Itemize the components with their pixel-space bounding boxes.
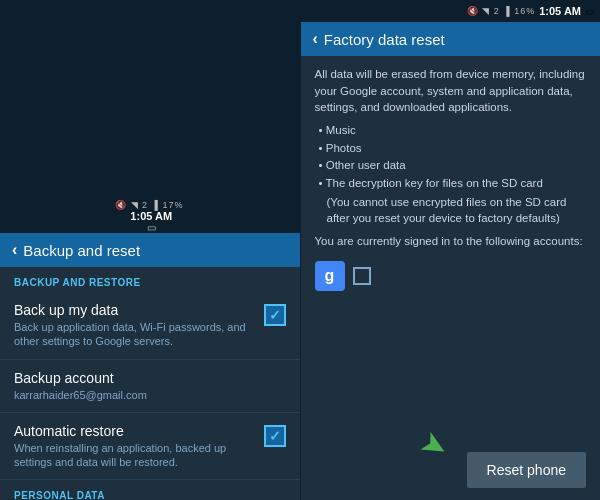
auto-restore-checkbox[interactable]: ✓ — [264, 425, 286, 447]
left-status-bar: 🔇 ◥ 2 ▐ 17% 1:05 AM ▭ — [0, 0, 300, 233]
right-status-bar: 🔇 ◥ 2 ▐ 16% 1:05 AM ▭ — [301, 0, 601, 22]
right-panel: 🔇 ◥ 2 ▐ 16% 1:05 AM ▭ ‹ Factory data res… — [301, 0, 601, 500]
right-scroll-content: All data will be erased from device memo… — [301, 56, 601, 500]
right-time: 1:05 AM — [539, 5, 581, 17]
right-status-icons: 🔇 ◥ 2 ▐ 16% — [467, 6, 535, 16]
google-account-icon: g — [315, 261, 345, 291]
bullet-decryption: • The decryption key for files on the SD… — [315, 175, 587, 192]
backup-restore-label: BACKUP AND RESTORE — [0, 267, 300, 292]
auto-restore-text: Automatic restore When reinstalling an a… — [14, 423, 256, 470]
auto-restore-title: Automatic restore — [14, 423, 256, 439]
right-screenshot-icon: ▭ — [585, 6, 594, 17]
backup-account-text: Backup account karrarhaider65@gmail.com — [14, 370, 286, 402]
right-header[interactable]: ‹ Factory data reset — [301, 22, 601, 56]
bullet-user-data: • Other user data — [315, 157, 587, 174]
left-header[interactable]: ‹ Backup and reset — [0, 233, 300, 267]
backup-data-check-icon: ✓ — [269, 307, 281, 323]
backup-account-item[interactable]: Backup account karrarhaider65@gmail.com — [0, 360, 300, 413]
left-time: 1:05 AM — [130, 210, 172, 222]
bullet-photos: • Photos — [315, 140, 587, 157]
backup-data-desc: Back up application data, Wi-Fi password… — [14, 320, 256, 349]
bullet-encrypted-note: (You cannot use encrypted files on the S… — [315, 194, 587, 227]
left-content: BACKUP AND RESTORE Back up my data Back … — [0, 267, 300, 500]
left-header-title: Backup and reset — [23, 242, 140, 259]
reset-phone-button[interactable]: Reset phone — [467, 452, 586, 488]
auto-restore-desc: When reinstalling an application, backed… — [14, 441, 256, 470]
account-select-checkbox[interactable] — [353, 267, 371, 285]
backup-account-email: karrarhaider65@gmail.com — [14, 388, 286, 402]
accounts-signed-in-text: You are currently signed in to the follo… — [315, 233, 587, 249]
auto-restore-check-icon: ✓ — [269, 428, 281, 444]
backup-data-checkbox[interactable]: ✓ — [264, 304, 286, 326]
app-container: 🔇 ◥ 2 ▐ 17% 1:05 AM ▭ ‹ Backup and reset… — [0, 0, 600, 500]
left-screenshot-icon: ▭ — [147, 222, 156, 233]
reset-area: ➤ Reset phone — [301, 444, 601, 500]
bullet-music: • Music — [315, 122, 587, 139]
personal-data-label: PERSONAL DATA — [0, 480, 300, 500]
backup-data-title: Back up my data — [14, 302, 256, 318]
accounts-row: g — [315, 257, 587, 295]
backup-data-text: Back up my data Back up application data… — [14, 302, 256, 349]
erase-warning-text: All data will be erased from device memo… — [315, 66, 587, 116]
backup-account-title: Backup account — [14, 370, 286, 386]
left-back-arrow[interactable]: ‹ — [12, 241, 17, 259]
factory-reset-description: All data will be erased from device memo… — [301, 56, 601, 444]
right-header-title: Factory data reset — [324, 31, 445, 48]
left-status-icons: 🔇 ◥ 2 ▐ 17% — [115, 200, 183, 210]
left-panel: 🔇 ◥ 2 ▐ 17% 1:05 AM ▭ ‹ Backup and reset… — [0, 0, 301, 500]
right-back-arrow[interactable]: ‹ — [313, 30, 318, 48]
auto-restore-item[interactable]: Automatic restore When reinstalling an a… — [0, 413, 300, 481]
backup-data-item[interactable]: Back up my data Back up application data… — [0, 292, 300, 360]
